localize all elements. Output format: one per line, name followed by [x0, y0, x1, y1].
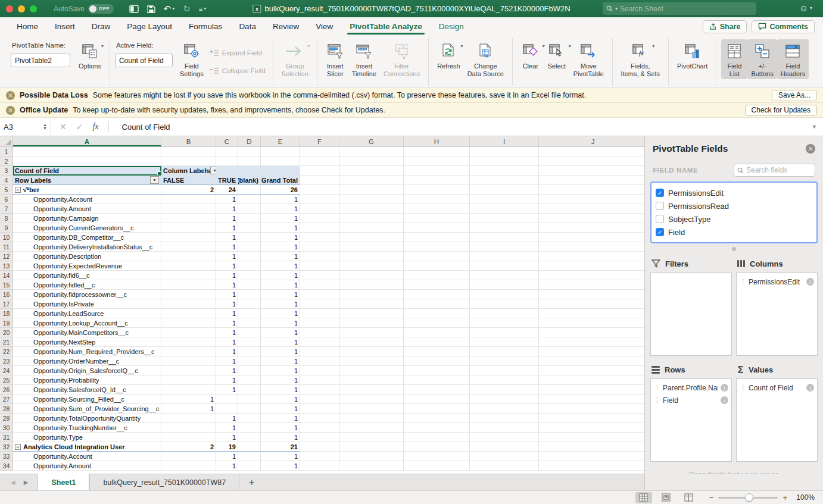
cell[interactable]	[539, 299, 644, 309]
cell[interactable]	[404, 166, 470, 176]
true-value-cell[interactable]: 1	[216, 280, 238, 290]
false-value-cell[interactable]	[161, 461, 216, 471]
cell[interactable]	[539, 271, 644, 280]
false-value-cell[interactable]	[161, 309, 216, 318]
cell[interactable]	[339, 442, 404, 452]
grand-total-value-cell[interactable]: 1	[261, 337, 300, 347]
cell[interactable]	[539, 185, 644, 195]
cell[interactable]	[300, 185, 339, 195]
row-label[interactable]: Opportunity.Origin_SalesforceIQ__c	[13, 366, 161, 375]
grand-total-value-cell[interactable]: 1	[261, 328, 300, 337]
group-row-label[interactable]: −√ºber	[13, 185, 161, 195]
cell[interactable]	[339, 385, 404, 395]
cell[interactable]	[339, 233, 404, 242]
cell[interactable]	[300, 423, 339, 433]
cell[interactable]	[339, 280, 404, 290]
grand-total-value-cell[interactable]: 1	[261, 290, 300, 299]
cell[interactable]	[404, 404, 470, 414]
row-header-12[interactable]: 12	[0, 252, 13, 261]
cell[interactable]	[339, 328, 404, 337]
cell[interactable]	[404, 299, 470, 309]
cell[interactable]	[539, 318, 644, 328]
row-header-33[interactable]: 33	[0, 452, 13, 461]
false-value-cell[interactable]: 2	[161, 185, 216, 195]
drag-handle-icon[interactable]: ⋮	[654, 384, 660, 392]
row-labels-cell[interactable]: Row Labels▼	[13, 176, 161, 185]
false-value-cell[interactable]	[161, 328, 216, 337]
normal-view-button[interactable]	[635, 492, 652, 503]
cell[interactable]	[470, 318, 539, 328]
row-label[interactable]: Opportunity.fid6__c	[13, 271, 161, 280]
cell[interactable]	[404, 375, 470, 385]
cell[interactable]	[404, 280, 470, 290]
true-value-cell[interactable]: 1	[216, 261, 238, 271]
sheet-tab-bulkquery-result-7501k00000tw87[interactable]: bulkQuery_result_7501K00000TW87	[89, 474, 239, 490]
cell[interactable]	[300, 404, 339, 414]
cell[interactable]	[339, 366, 404, 375]
grand-total-value-cell[interactable]: 1	[261, 461, 300, 471]
cell[interactable]	[404, 328, 470, 337]
grand-total-value-cell[interactable]: 1	[261, 347, 300, 356]
cell[interactable]	[261, 147, 300, 156]
cell[interactable]	[404, 318, 470, 328]
cell[interactable]	[339, 318, 404, 328]
cell[interactable]	[470, 442, 539, 452]
cell[interactable]	[300, 271, 339, 280]
cell[interactable]	[404, 461, 470, 471]
grand-total-value-cell[interactable]: 1	[261, 242, 300, 252]
checkbox-sobjecttype[interactable]	[656, 215, 664, 223]
row-header-6[interactable]: 6	[0, 195, 13, 204]
blank-value-cell[interactable]	[238, 280, 261, 290]
feedback-control[interactable]: ☺ ▾	[799, 3, 812, 13]
cell[interactable]	[13, 147, 161, 156]
redo-icon[interactable]: ↻	[183, 4, 191, 14]
resize-handle[interactable]	[732, 247, 736, 251]
cell[interactable]	[216, 166, 238, 176]
blank-value-cell[interactable]	[238, 461, 261, 471]
cell[interactable]	[539, 442, 644, 452]
true-value-cell[interactable]: 1	[216, 195, 238, 204]
grand-total-value-cell[interactable]: 26	[261, 185, 300, 195]
cell[interactable]	[300, 280, 339, 290]
formula-bar-expand-icon[interactable]: ▼	[812, 124, 823, 130]
cell[interactable]	[339, 461, 404, 471]
row-header-14[interactable]: 14	[0, 271, 13, 280]
row-header-31[interactable]: 31	[0, 433, 13, 442]
field-chip[interactable]: ⋮Fieldi	[654, 394, 728, 406]
cell[interactable]	[404, 204, 470, 214]
check-for-updates-button[interactable]: Check for Updates	[745, 105, 817, 116]
blank-value-cell[interactable]	[238, 423, 261, 433]
info-icon[interactable]: i	[721, 396, 728, 404]
cell[interactable]	[539, 223, 644, 233]
blank-value-cell[interactable]	[238, 356, 261, 366]
cell[interactable]	[470, 452, 539, 461]
cell[interactable]	[404, 271, 470, 280]
warning-dismiss-icon[interactable]: ✕	[6, 91, 15, 100]
row-label[interactable]: Opportunity.Account	[13, 195, 161, 204]
insert-timeline-button[interactable]: Insert Timeline	[348, 39, 380, 79]
customize-toolbar-icon[interactable]: ≡▾	[199, 5, 206, 12]
true-value-cell[interactable]: 1	[216, 385, 238, 395]
cancel-icon[interactable]: ✕	[60, 122, 67, 132]
blank-value-cell[interactable]	[238, 271, 261, 280]
cell[interactable]	[470, 242, 539, 252]
cell[interactable]	[300, 290, 339, 299]
false-value-cell[interactable]	[161, 414, 216, 423]
confirm-icon[interactable]: ✓	[76, 122, 83, 132]
field-chip[interactable]: ⋮Count of Fieldi	[740, 381, 814, 394]
cell[interactable]	[470, 395, 539, 404]
tab-draw[interactable]: Draw	[83, 18, 119, 36]
grand-total-value-cell[interactable]: 1	[261, 261, 300, 271]
page-break-view-button[interactable]	[681, 492, 697, 503]
false-value-cell[interactable]	[161, 423, 216, 433]
cell[interactable]	[300, 214, 339, 223]
grand-total-value-cell[interactable]: 1	[261, 356, 300, 366]
cell[interactable]	[339, 252, 404, 261]
grand-total-value-cell[interactable]: 1	[261, 252, 300, 261]
row-label[interactable]: Opportunity.MainCompetitors__c	[13, 328, 161, 337]
row-header-11[interactable]: 11	[0, 242, 13, 252]
cell[interactable]	[539, 261, 644, 271]
true-value-cell[interactable]: 1	[216, 214, 238, 223]
true-value-cell[interactable]: 1	[216, 337, 238, 347]
save-as-button[interactable]: Save As...	[772, 90, 817, 101]
